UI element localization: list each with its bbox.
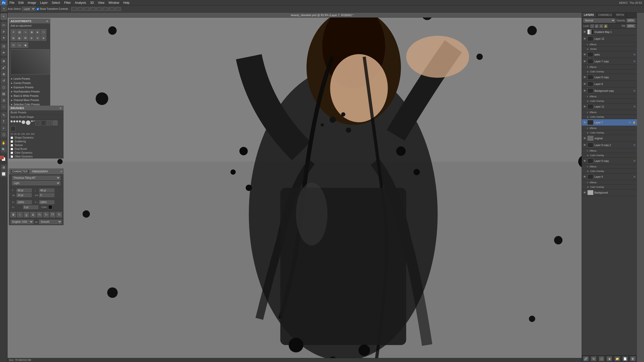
- hand-tool[interactable]: ✋: [1, 140, 7, 146]
- subscript-btn[interactable]: Ts: [43, 212, 49, 217]
- text-tool[interactable]: T: [1, 119, 7, 125]
- opacity-input[interactable]: [627, 19, 635, 22]
- allcaps-btn[interactable]: TT: [50, 212, 55, 217]
- brush-color-check[interactable]: [11, 152, 13, 154]
- font-family-select[interactable]: Perpetua Titling MT: [12, 176, 60, 180]
- mask-mode[interactable]: ⊞: [1, 164, 7, 170]
- zoom-tool[interactable]: 🔍: [1, 147, 7, 153]
- align-btn-5[interactable]: ⬛: [96, 7, 102, 11]
- preset-channel[interactable]: ▶ Channel Mixer Presets: [9, 98, 50, 102]
- preset-exposure[interactable]: ▶ Exposure Presets: [9, 85, 50, 89]
- menu-3d[interactable]: 3D: [88, 0, 96, 6]
- quick-select-tool[interactable]: ✦: [1, 35, 7, 41]
- adj-curves-icon[interactable]: ∿: [23, 29, 28, 35]
- text-color-box[interactable]: [48, 205, 52, 209]
- brush-sz-5[interactable]: [31, 120, 33, 122]
- layer-item-14[interactable]: ▾ Effects: [582, 110, 637, 115]
- pen-tool[interactable]: ✎: [1, 112, 7, 118]
- char-tab-character[interactable]: CHARACTER: [11, 169, 29, 173]
- layer-item-28[interactable]: ◈ Color Overlay: [582, 185, 637, 189]
- layer-item-24[interactable]: ▾ Effects: [582, 164, 637, 169]
- adj-bw-icon[interactable]: ◐: [17, 35, 22, 41]
- layer-item-20[interactable]: 👁 Layer 9 copy 2 fx: [582, 142, 637, 149]
- layer-item-16[interactable]: 👁 Layer 7 fx 🔒: [582, 119, 637, 126]
- shape-tool[interactable]: ⬡: [1, 132, 7, 138]
- brush-sz-3b[interactable]: [33, 120, 34, 121]
- blur-tool[interactable]: ◎: [1, 97, 7, 103]
- adj-hue-icon[interactable]: ⬡: [41, 29, 46, 35]
- menu-file[interactable]: File: [8, 0, 16, 6]
- gradient-tool[interactable]: ▤: [1, 91, 7, 97]
- tab-layers[interactable]: LAYERS: [582, 13, 596, 17]
- menu-edit[interactable]: Edit: [16, 0, 26, 6]
- menu-help[interactable]: Help: [121, 0, 132, 6]
- bold-btn[interactable]: B: [11, 212, 16, 217]
- fill-input[interactable]: [627, 24, 635, 28]
- layer-item-17[interactable]: ▾ Effects: [582, 126, 637, 130]
- menu-image[interactable]: Image: [26, 0, 38, 6]
- brush-texture-5[interactable]: [11, 126, 16, 131]
- layer-item-12[interactable]: ◈ Color Overlay: [582, 99, 637, 103]
- underline-btn[interactable]: U: [24, 212, 29, 217]
- align-btn-4[interactable]: ⬛: [90, 7, 96, 11]
- adj-photo-filter-icon[interactable]: ⌘: [23, 35, 28, 41]
- menu-select[interactable]: Select: [50, 0, 62, 6]
- brush-preset-row[interactable]: Brush Presets: [9, 110, 63, 115]
- font-style-select[interactable]: Light: [12, 181, 60, 185]
- layer-vis-10[interactable]: 👁: [583, 89, 586, 93]
- layer-item-6[interactable]: ▾ Effects: [582, 65, 637, 69]
- brush-scatter-check[interactable]: [11, 140, 13, 143]
- adj-gradient-icon[interactable]: ▭: [17, 42, 22, 48]
- layer-adj-btn[interactable]: ◑: [607, 356, 612, 361]
- menu-window[interactable]: Window: [106, 0, 121, 6]
- layer-new-btn[interactable]: 📄: [623, 356, 628, 361]
- layer-item-0[interactable]: 👁 Gradient Map 1: [582, 29, 637, 35]
- layer-vis-5[interactable]: 👁: [583, 60, 586, 63]
- adj-levels-icon[interactable]: ▤: [17, 29, 22, 35]
- lock-transparent-icon[interactable]: ⬚: [590, 24, 594, 28]
- healing-tool[interactable]: ⊕: [1, 58, 7, 64]
- kerning-input[interactable]: [17, 193, 32, 197]
- layer-item-7[interactable]: ◈ Color Overlay: [582, 69, 637, 74]
- preset-levels[interactable]: ▶ Levels Presets: [9, 77, 50, 81]
- adj-selective-icon[interactable]: ◉: [23, 42, 28, 48]
- brush-dual-check[interactable]: [11, 148, 13, 150]
- move-tool-btn[interactable]: ↖: [2, 7, 7, 11]
- adj-brightness-icon[interactable]: ☀: [11, 29, 16, 35]
- layer-item-4[interactable]: 👁 aeko fx: [582, 51, 637, 58]
- align-btn-7[interactable]: ⬛: [109, 7, 115, 11]
- layer-item-13[interactable]: 👁 Layer 11 fx: [582, 103, 637, 110]
- scale-h-input[interactable]: [39, 200, 54, 204]
- layer-item-3[interactable]: ◈ Stroke: [582, 47, 637, 51]
- layer-vis-4[interactable]: 👁: [583, 53, 586, 56]
- tab-paths[interactable]: PATHS: [614, 13, 626, 17]
- crop-tool[interactable]: ⊡: [1, 43, 7, 49]
- brush-texture-1[interactable]: [35, 120, 40, 125]
- preset-bw[interactable]: ▶ Black & White Presets: [9, 94, 50, 98]
- brush-shape-dyn-check[interactable]: [11, 137, 13, 139]
- layer-vis-29[interactable]: 👁: [583, 191, 586, 194]
- lock-pixels-icon[interactable]: 🖌: [595, 24, 598, 28]
- align-btn-8[interactable]: ⬛: [115, 7, 121, 11]
- layer-delete-btn[interactable]: 🗑: [630, 356, 635, 361]
- layer-item-21[interactable]: ▾ Effects: [582, 149, 637, 153]
- layer-item-26[interactable]: 👁 Layer 9 fx: [582, 173, 637, 180]
- align-btn-1[interactable]: ⬛: [71, 7, 77, 11]
- italic-btn[interactable]: I: [17, 212, 23, 217]
- move-tool[interactable]: ↖: [1, 14, 7, 20]
- brush-sz-4[interactable]: [19, 120, 21, 122]
- layer-item-27[interactable]: ▾ Effects: [582, 180, 637, 185]
- layer-item-19[interactable]: 👁 original: [582, 135, 637, 142]
- path-tool[interactable]: ⌖: [1, 125, 7, 131]
- adj-vibrance-icon[interactable]: ◈: [35, 29, 40, 35]
- brush-texture-check[interactable]: [11, 144, 13, 147]
- char-panel-menu[interactable]: ≡: [61, 170, 62, 173]
- layer-item-2[interactable]: ▾ Effects: [582, 42, 637, 47]
- screen-mode[interactable]: ⬜: [1, 171, 7, 177]
- superscript-btn[interactable]: Ts: [37, 212, 42, 217]
- layer-item-10[interactable]: 👁 Background copy fx: [582, 87, 637, 94]
- foreground-color[interactable]: [0, 156, 4, 159]
- adj-channel-icon[interactable]: ⊕: [29, 35, 34, 41]
- brush-sz-13[interactable]: [22, 120, 25, 124]
- align-btn-2[interactable]: ⬛: [77, 7, 83, 11]
